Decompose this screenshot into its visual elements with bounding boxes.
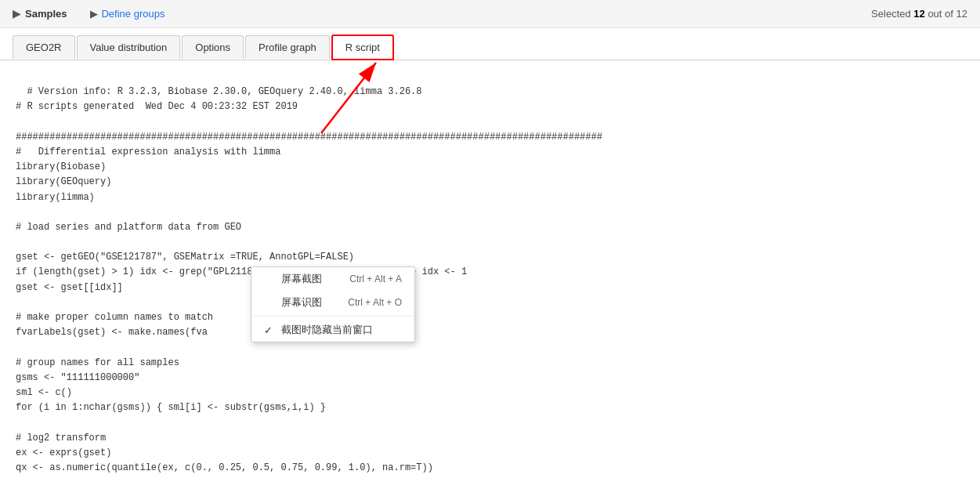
context-menu-screenshot[interactable]: 屏幕截图 Ctrl + Alt + A <box>251 267 414 291</box>
hide-window-label: 截图时隐藏当前窗口 <box>281 323 373 337</box>
tab-bar: GEO2R Value distribution Options Profile… <box>0 28 980 60</box>
tab-geo2r[interactable]: GEO2R <box>13 35 75 59</box>
context-menu-separator <box>251 316 414 317</box>
identify-shortcut: Ctrl + Alt + O <box>348 297 402 308</box>
define-label: Define groups <box>101 8 165 20</box>
tab-profile-graph[interactable]: Profile graph <box>245 35 330 59</box>
top-bar: ▶ Samples ▶ Define groups Selected 12 ou… <box>0 0 980 28</box>
samples-label: Samples <box>25 8 67 20</box>
identify-label: 屏幕识图 <box>281 295 322 310</box>
define-groups-link[interactable]: ▶ Define groups <box>90 8 165 20</box>
screenshot-shortcut: Ctrl + Alt + A <box>349 273 402 284</box>
tab-options[interactable]: Options <box>182 35 244 59</box>
define-arrow: ▶ <box>90 8 98 20</box>
hide-window-check: ✓ <box>264 324 275 336</box>
samples-section: ▶ Samples <box>13 8 67 20</box>
samples-arrow: ▶ <box>13 8 20 20</box>
selection-status: Selected 12 out of 12 <box>871 8 967 20</box>
top-bar-left: ▶ Samples ▶ Define groups <box>13 8 165 20</box>
context-menu: 屏幕截图 Ctrl + Alt + A 屏幕识图 Ctrl + Alt + O … <box>251 266 415 342</box>
selected-text: Selected 12 out of 12 <box>871 8 967 20</box>
tab-r-script[interactable]: R script <box>331 34 394 60</box>
screenshot-label: 屏幕截图 <box>281 272 322 286</box>
code-content: # Version info: R 3.2.3, Biobase 2.30.0,… <box>0 60 980 473</box>
context-menu-hide-window[interactable]: ✓ 截图时隐藏当前窗口 <box>251 318 414 342</box>
tab-value-distribution[interactable]: Value distribution <box>77 35 181 59</box>
context-menu-identify[interactable]: 屏幕识图 Ctrl + Alt + O <box>251 291 414 314</box>
